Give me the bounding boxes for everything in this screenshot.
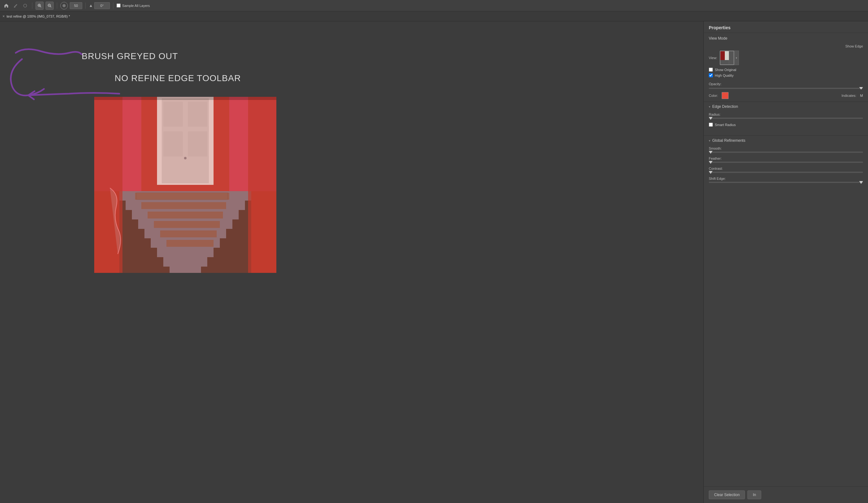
show-original-label: Show Original [715,68,736,72]
svg-line-2 [40,6,41,7]
smooth-slider-row [704,151,868,155]
invert-button[interactable]: In [747,491,761,499]
contrast-label: Contrast: [704,165,868,171]
separator-4 [113,2,113,9]
clear-selection-button[interactable]: Clear Selection [709,491,745,499]
brush-strokes-svg [0,40,132,103]
show-edge-label: Show Edge [704,42,868,49]
angle-control: ▲ 0° [89,2,110,9]
separator-1 [32,2,32,9]
sample-all-layers-text: Sample All Layers [122,4,150,8]
svg-rect-43 [720,60,734,65]
radius-label-text: Radius: [709,112,720,116]
view-thumbnail-dropdown[interactable]: ▾ [720,51,739,65]
feather-slider-row [704,161,868,165]
high-quality-label: High Quality [715,73,734,77]
zoom-out-button[interactable] [45,2,54,10]
sample-all-layers-label[interactable]: Sample All Layers [116,3,150,8]
tab-bar: × test refine @ 100% (IMG_0737, RGB/8) * [0,11,868,21]
brush-size-circle [60,2,68,9]
view-row: View: ▾ [704,49,868,68]
main-toolbar: 50 ▲ 0° Sample All Layers [0,0,868,11]
properties-panel: Properties View Mode Show Edge View: ▾ [703,21,868,503]
panel-bottom-buttons: Clear Selection In [704,486,868,503]
radius-slider-thumb[interactable] [709,117,713,120]
annotation-no-refine-edge: NO REFINE EDGE TOOLBAR [115,73,241,83]
high-quality-row: High Quality [709,73,863,77]
contrast-label-text: Contrast: [709,167,723,170]
tab-title: test refine @ 100% (IMG_0737, RGB/8) * [7,14,70,18]
feather-slider-thumb[interactable] [709,161,713,164]
shift-edge-slider-thumb[interactable] [859,181,863,184]
angle-icon: ▲ [89,3,93,8]
contrast-slider-row [704,171,868,175]
svg-point-0 [23,4,27,7]
view-options: Show Original High Quality [704,68,868,81]
smart-radius-checkbox[interactable] [709,123,713,127]
svg-rect-42 [725,51,731,60]
color-indicates-row: Color: Indicates: M [704,89,868,102]
edge-detection-chevron: ▾ [709,105,710,109]
feather-slider-track[interactable] [709,162,863,163]
shift-edge-slider-row [704,181,868,185]
global-refinements-label: Global Refinements [712,138,745,143]
annotation-brush-greyed-out: BRUSH GREYED OUT [82,51,178,61]
view-thumbnail[interactable] [720,51,734,65]
edge-detection-section-header[interactable]: ▾ Edge Detection [704,102,868,111]
shift-edge-slider-track[interactable] [709,182,863,183]
opacity-label: Opacity: [709,82,863,86]
separator-3 [85,2,86,9]
radius-label: Radius: [704,111,868,117]
radius-slider-row [704,117,868,121]
brush-tool-icon[interactable] [12,2,20,9]
contrast-slider-thumb[interactable] [709,171,713,174]
global-refinements-chevron: ▾ [709,139,710,142]
smart-radius-row: Smart Radius [704,121,868,129]
brush-size-input[interactable]: 50 [70,2,82,9]
smooth-slider-track[interactable] [709,152,863,153]
smooth-slider-thumb[interactable] [709,151,713,154]
zoom-in-button[interactable] [35,2,44,10]
feather-label-text: Feather: [709,157,722,160]
flex-spacer [704,185,868,486]
canvas-image-container [94,97,276,274]
edge-detection-label: Edge Detection [712,104,738,109]
radius-slider-track[interactable] [709,118,863,119]
global-refinements-section-header[interactable]: ▾ Global Refinements [704,135,868,145]
color-label: Color: [709,94,718,98]
contrast-slider-track[interactable] [709,172,863,173]
view-mode-section-label: View Mode [704,33,868,42]
svg-rect-40 [94,97,276,100]
svg-line-6 [50,6,51,7]
view-label: View: [709,56,717,60]
thumbnail-dropdown-arrow[interactable]: ▾ [734,51,739,65]
opacity-section: Opacity: [704,81,868,89]
tab-close-button[interactable]: × [2,14,5,19]
home-icon[interactable] [2,2,10,9]
opacity-slider-track[interactable] [709,88,863,89]
high-quality-checkbox[interactable] [709,73,713,77]
shift-edge-label-text: Shift Edge: [709,177,726,180]
show-original-row: Show Original [709,68,863,72]
shift-edge-label: Shift Edge: [704,175,868,181]
canvas-area[interactable]: BRUSH GREYED OUT NO REFINE EDGE TOOLBAR [0,21,703,503]
color-swatch[interactable] [722,92,728,99]
brush-tool-icon2[interactable] [21,2,29,9]
opacity-slider-thumb[interactable] [859,87,863,90]
feather-label: Feather: [704,155,868,161]
smooth-label: Smooth: [704,145,868,151]
show-original-checkbox[interactable] [709,68,713,72]
sample-all-layers-checkbox[interactable] [116,3,121,8]
smart-radius-label: Smart Radius [715,123,736,127]
properties-header: Properties [704,21,868,33]
svg-rect-39 [248,97,276,273]
smooth-label-text: Smooth: [709,147,722,150]
staircase-image [94,97,276,273]
indicates-value: M [860,94,863,98]
main-layout: BRUSH GREYED OUT NO REFINE EDGE TOOLBAR [0,21,868,503]
indicates-label: Indicates: [841,94,856,98]
angle-input[interactable]: 0° [94,2,110,9]
spacer-1 [704,129,868,135]
separator-2 [57,2,57,9]
